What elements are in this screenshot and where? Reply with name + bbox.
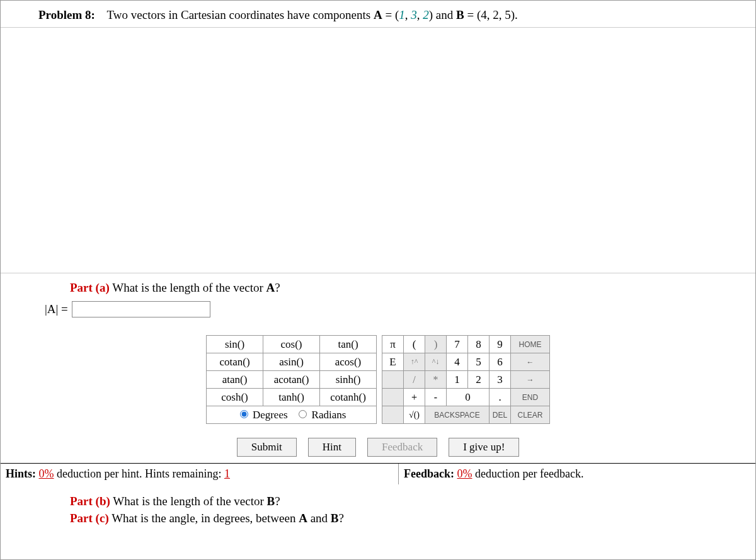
fb-pct: 0% <box>457 467 472 480</box>
part-a-qend: ? <box>275 281 280 294</box>
btn-acos[interactable]: acos() <box>320 353 377 371</box>
answer-lhs: |A| = <box>45 302 68 316</box>
hints-deduction: Hints: 0% deduction per hint. Hints rema… <box>1 464 399 484</box>
function-pad: sin() cos() tan() cotan() asin() acos() … <box>206 335 377 424</box>
part-a-header: Part (a) What is the length of the vecto… <box>1 273 755 301</box>
radians-label: Radians <box>312 409 346 421</box>
btn-acotan[interactable]: acotan() <box>263 371 320 389</box>
part-b-qend: ? <box>275 494 280 508</box>
a-sep-2: , <box>417 8 423 21</box>
btn-dot[interactable]: . <box>490 389 511 406</box>
btn-super-down[interactable]: ^↓ <box>425 353 447 371</box>
fb-suffix: deduction per feedback. <box>475 467 583 480</box>
btn-5[interactable]: 5 <box>468 353 490 371</box>
eq-b: = (4, 2, 5). <box>467 8 517 21</box>
btn-1[interactable]: 1 <box>447 371 468 389</box>
btn-0[interactable]: 0 <box>447 389 490 406</box>
btn-lparen[interactable]: ( <box>404 336 425 353</box>
btn-home[interactable]: HOME <box>511 336 550 353</box>
feedback-button: Feedback <box>367 438 437 457</box>
btn-del[interactable]: DEL <box>490 406 511 424</box>
figure-placeholder <box>1 28 755 273</box>
problem-text: Two vectors in Cartesian coordinates hav… <box>107 8 374 21</box>
btn-sinh[interactable]: sinh() <box>320 371 377 389</box>
answer-row: |A| = <box>1 301 755 329</box>
problem-label: Problem 8: <box>38 8 95 21</box>
btn-3[interactable]: 3 <box>490 371 511 389</box>
part-c-vec-a: A <box>299 511 307 525</box>
btn-6[interactable]: 6 <box>490 353 511 371</box>
fb-prefix: Feedback: <box>404 467 457 480</box>
hints-mid: deduction per hint. Hints remaining: <box>57 467 224 480</box>
btn-pi[interactable]: π <box>382 336 404 353</box>
btn-2[interactable]: 2 <box>468 371 490 389</box>
btn-right-arrow[interactable]: → <box>511 371 550 389</box>
part-b-label: Part (b) <box>70 494 110 508</box>
btn-9[interactable]: 9 <box>490 336 511 353</box>
part-b-vec: B <box>267 494 275 508</box>
btn-super-up[interactable]: ↑^ <box>404 353 425 371</box>
btn-4[interactable]: 4 <box>447 353 468 371</box>
btn-atan[interactable]: atan() <box>207 371 263 389</box>
keypad-wrap: sin() cos() tan() cotan() asin() acos() … <box>1 329 755 428</box>
degrees-option[interactable]: Degrees <box>237 409 288 421</box>
btn-blank2 <box>382 389 404 406</box>
feedback-deduction: Feedback: 0% deduction per feedback. <box>399 464 755 484</box>
a-comp-1: 1 <box>399 8 405 21</box>
part-c-question: What is the angle, in degrees, between <box>112 511 299 525</box>
a-close: ) and <box>429 8 456 21</box>
btn-minus[interactable]: - <box>425 389 447 406</box>
vector-a-symbol: A <box>374 8 382 21</box>
btn-blank1 <box>382 371 404 389</box>
btn-backspace[interactable]: BACKSPACE <box>425 406 490 424</box>
part-c-label: Part (c) <box>70 511 109 525</box>
a-sep-1: , <box>405 8 411 21</box>
btn-blank3 <box>382 406 404 424</box>
hints-pct: 0% <box>39 467 54 480</box>
giveup-button[interactable]: I give up! <box>449 438 519 457</box>
number-pad: π ( ) 7 8 9 HOME E ↑^ ^↓ 4 5 6 ← / * <box>382 335 550 424</box>
degrees-label: Degrees <box>253 409 288 421</box>
btn-cotan[interactable]: cotan() <box>207 353 263 371</box>
part-c-vec-b: B <box>331 511 339 525</box>
part-c-mid: and <box>307 511 331 525</box>
btn-asin[interactable]: asin() <box>263 353 320 371</box>
btn-rparen[interactable]: ) <box>425 336 447 353</box>
btn-sin[interactable]: sin() <box>207 336 263 353</box>
answer-input[interactable] <box>72 301 210 317</box>
btn-cos[interactable]: cos() <box>263 336 320 353</box>
btn-cosh[interactable]: cosh() <box>207 389 263 406</box>
part-c-qend: ? <box>339 511 344 525</box>
page-root: Problem 8: Two vectors in Cartesian coor… <box>0 0 756 560</box>
btn-plus[interactable]: + <box>404 389 425 406</box>
btn-cotanh[interactable]: cotanh() <box>320 389 377 406</box>
hint-button[interactable]: Hint <box>308 438 356 457</box>
btn-left-arrow[interactable]: ← <box>511 353 550 371</box>
part-a-question: What is the length of the vector <box>112 281 266 294</box>
angle-mode-cell: Degrees Radians <box>207 406 377 424</box>
btn-tanh[interactable]: tanh() <box>263 389 320 406</box>
a-comp-2: 3 <box>411 8 417 21</box>
btn-slash[interactable]: / <box>404 371 425 389</box>
hints-prefix: Hints: <box>6 467 39 480</box>
submit-button[interactable]: Submit <box>237 438 297 457</box>
remaining-parts: Part (b) What is the length of the vecto… <box>1 484 755 527</box>
action-row: Submit Hint Feedback I give up! <box>1 428 755 463</box>
degrees-radio[interactable] <box>240 410 248 418</box>
part-c-row: Part (c) What is the angle, in degrees, … <box>70 510 755 527</box>
btn-star[interactable]: * <box>425 371 447 389</box>
btn-e[interactable]: E <box>382 353 404 371</box>
deduction-row: Hints: 0% deduction per hint. Hints rema… <box>1 463 755 484</box>
radians-option[interactable]: Radians <box>295 409 346 421</box>
part-b-question: What is the length of the vector <box>113 494 266 508</box>
vector-b-symbol: B <box>456 8 464 21</box>
hints-remain: 1 <box>224 467 230 480</box>
btn-tan[interactable]: tan() <box>320 336 377 353</box>
radians-radio[interactable] <box>299 410 307 418</box>
btn-sqrt[interactable]: √() <box>404 406 425 424</box>
part-b-row: Part (b) What is the length of the vecto… <box>70 493 755 510</box>
btn-end[interactable]: END <box>511 389 550 406</box>
btn-7[interactable]: 7 <box>447 336 468 353</box>
btn-8[interactable]: 8 <box>468 336 490 353</box>
btn-clear[interactable]: CLEAR <box>511 406 550 424</box>
